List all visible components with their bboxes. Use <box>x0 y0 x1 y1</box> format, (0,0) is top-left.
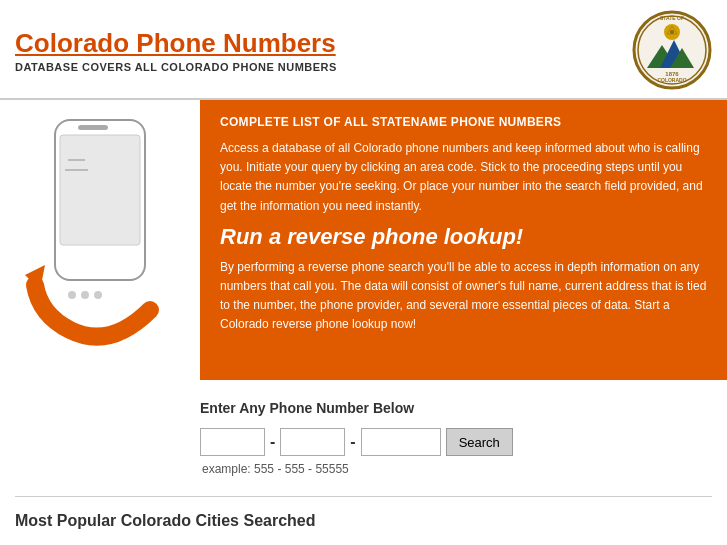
phone-input-area[interactable] <box>200 428 265 456</box>
svg-text:1876: 1876 <box>665 71 679 77</box>
svg-text:COLORADO: COLORADO <box>657 77 686 83</box>
svg-point-16 <box>94 291 102 299</box>
site-title[interactable]: Colorado Phone Numbers <box>15 28 337 59</box>
reverse-lookup-body: By performing a reverse phone search you… <box>220 258 707 335</box>
dash-1: - <box>270 433 275 451</box>
orange-body: Access a database of all Colorado phone … <box>220 139 707 216</box>
city-link[interactable]: Georgetown Numbers <box>15 540 241 545</box>
search-section: Enter Any Phone Number Below - - Search … <box>0 380 727 486</box>
city-link[interactable]: Pine Numbers <box>251 540 477 545</box>
city-link[interactable]: Lafayette Numbers <box>486 540 712 545</box>
orange-section: COMPLETE LIST OF ALL STATENAME PHONE NUM… <box>200 100 727 380</box>
phone-area <box>0 100 200 380</box>
cities-section: Most Popular Colorado Cities Searched Ge… <box>0 507 727 545</box>
svg-rect-13 <box>78 125 108 130</box>
orange-title: COMPLETE LIST OF ALL STATENAME PHONE NUM… <box>220 115 707 129</box>
colorado-seal: STATE OF COLORADO 1876 <box>632 10 712 90</box>
site-subtitle: DATABASE COVERS ALL COLORADO PHONE NUMBE… <box>15 61 337 73</box>
reverse-lookup-title: Run a reverse phone lookup! <box>220 224 707 250</box>
phone-inputs: - - Search <box>200 428 712 456</box>
dash-2: - <box>350 433 355 451</box>
phone-svg <box>10 110 190 370</box>
site-header: Colorado Phone Numbers DATABASE COVERS A… <box>0 0 727 100</box>
svg-point-7 <box>670 30 674 34</box>
search-example: example: 555 - 555 - 55555 <box>202 462 712 476</box>
main-section: COMPLETE LIST OF ALL STATENAME PHONE NUM… <box>0 100 727 380</box>
svg-rect-12 <box>60 135 140 245</box>
cities-grid: Georgetown NumbersPine NumbersLafayette … <box>15 540 712 545</box>
svg-point-15 <box>81 291 89 299</box>
phone-input-line[interactable] <box>361 428 441 456</box>
svg-point-14 <box>68 291 76 299</box>
search-button[interactable]: Search <box>446 428 513 456</box>
section-divider <box>15 496 712 497</box>
cities-title: Most Popular Colorado Cities Searched <box>15 512 712 530</box>
svg-text:STATE OF: STATE OF <box>660 15 684 21</box>
phone-input-prefix[interactable] <box>280 428 345 456</box>
search-label: Enter Any Phone Number Below <box>200 400 712 416</box>
header-left: Colorado Phone Numbers DATABASE COVERS A… <box>15 28 337 73</box>
